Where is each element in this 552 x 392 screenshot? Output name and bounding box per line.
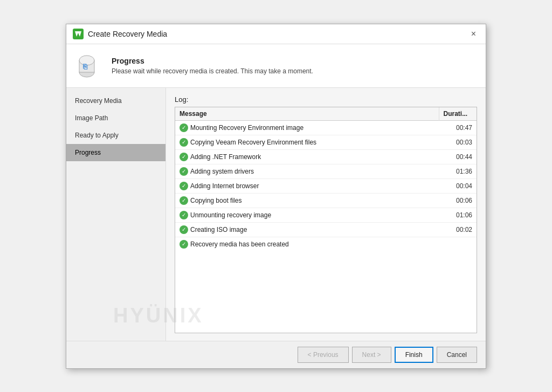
previous-button[interactable]: < Previous	[298, 347, 349, 363]
sidebar-item-progress[interactable]: Progress	[66, 144, 165, 161]
dialog-window: Create Recovery Media × ⎘ Progress Pleas…	[66, 24, 486, 369]
log-duration-cell: 00:44	[439, 149, 477, 164]
log-message-text: Mounting Recovery Environment image	[190, 124, 303, 132]
app-icon	[73, 29, 84, 39]
sidebar: Recovery Media Image Path Ready to Apply…	[66, 88, 166, 341]
log-message-cell: ✓Adding .NET Framework	[175, 149, 439, 164]
svg-text:⎘: ⎘	[83, 63, 88, 71]
log-message-cell: ✓Recovery media has been created	[175, 237, 439, 251]
usb-icon: ⎘	[76, 53, 102, 79]
check-icon: ✓	[180, 138, 188, 147]
svg-rect-0	[73, 29, 84, 39]
content-area: Recovery Media Image Path Ready to Apply…	[66, 88, 486, 341]
footer: < Previous Next > Finish Cancel	[66, 341, 486, 368]
col-duration: Durati...	[439, 107, 477, 121]
table-row: ✓Unmounting recovery image01:06	[175, 208, 477, 222]
log-label: Log:	[175, 95, 477, 104]
log-message-text: Recovery media has been created	[190, 240, 289, 248]
log-message-cell: ✓Creating ISO image	[175, 222, 439, 237]
table-row: ✓Adding .NET Framework00:44	[175, 149, 477, 164]
header-icon-container: ⎘	[75, 52, 103, 80]
check-icon: ✓	[180, 182, 188, 190]
close-button[interactable]: ×	[468, 29, 479, 39]
table-header-row: Message Durati...	[175, 107, 477, 121]
window-title: Create Recovery Media	[88, 30, 167, 38]
log-message-text: Copying boot files	[190, 197, 242, 204]
section-title: Progress	[112, 57, 313, 65]
check-icon: ✓	[180, 123, 188, 132]
sidebar-item-recovery-media[interactable]: Recovery Media	[66, 92, 165, 109]
log-duration-cell: 00:03	[439, 135, 477, 149]
log-duration-cell: 00:02	[439, 222, 477, 237]
log-message-cell: ✓Unmounting recovery image	[175, 208, 439, 222]
table-row: ✓Copying Veeam Recovery Environment file…	[175, 135, 477, 149]
log-message-text: Adding .NET Framework	[190, 153, 261, 161]
check-icon: ✓	[180, 240, 188, 249]
log-duration-cell: 01:36	[439, 164, 477, 178]
header-text: Progress Please wait while recovery medi…	[112, 57, 313, 75]
log-message-text: Copying Veeam Recovery Environment files	[190, 139, 316, 146]
sidebar-item-image-path[interactable]: Image Path	[66, 109, 165, 127]
check-icon: ✓	[180, 153, 188, 161]
log-message-cell: ✓Mounting Recovery Environment image	[175, 120, 439, 135]
header-section: ⎘ Progress Please wait while recovery me…	[66, 44, 486, 88]
log-table: Message Durati... ✓Mounting Recovery Env…	[175, 107, 477, 251]
log-duration-cell	[439, 237, 477, 251]
log-message-cell: ✓Adding system drivers	[175, 164, 439, 178]
finish-button[interactable]: Finish	[395, 347, 433, 363]
section-desc: Please wait while recovery media is crea…	[112, 67, 313, 75]
col-message: Message	[175, 107, 439, 121]
table-row: ✓Creating ISO image00:02	[175, 222, 477, 237]
table-row: ✓Mounting Recovery Environment image00:4…	[175, 120, 477, 135]
log-message-text: Creating ISO image	[190, 226, 247, 233]
table-row: ✓Adding Internet browser00:04	[175, 178, 477, 193]
title-bar: Create Recovery Media ×	[66, 24, 486, 44]
log-message-cell: ✓Adding Internet browser	[175, 178, 439, 193]
log-duration-cell: 00:47	[439, 120, 477, 135]
log-duration-cell: 00:04	[439, 178, 477, 193]
log-message-cell: ✓Copying boot files	[175, 193, 439, 208]
log-duration-cell: 00:06	[439, 193, 477, 208]
log-message-text: Adding system drivers	[190, 168, 254, 175]
log-message-text: Unmounting recovery image	[190, 211, 271, 219]
check-icon: ✓	[180, 167, 188, 176]
check-icon: ✓	[180, 211, 188, 219]
table-row: ✓Recovery media has been created	[175, 237, 477, 251]
log-table-container: Message Durati... ✓Mounting Recovery Env…	[175, 107, 477, 333]
check-icon: ✓	[180, 225, 188, 234]
table-row: ✓Copying boot files00:06	[175, 193, 477, 208]
sidebar-item-ready-to-apply[interactable]: Ready to Apply	[66, 127, 165, 144]
next-button[interactable]: Next >	[352, 347, 391, 363]
log-duration-cell: 01:06	[439, 208, 477, 222]
main-content: Log: Message Durati... ✓Mounting Recover…	[166, 88, 486, 341]
log-message-text: Adding Internet browser	[190, 182, 259, 190]
check-icon: ✓	[180, 196, 188, 205]
table-row: ✓Adding system drivers01:36	[175, 164, 477, 178]
log-message-cell: ✓Copying Veeam Recovery Environment file…	[175, 135, 439, 149]
cancel-button[interactable]: Cancel	[437, 347, 477, 363]
